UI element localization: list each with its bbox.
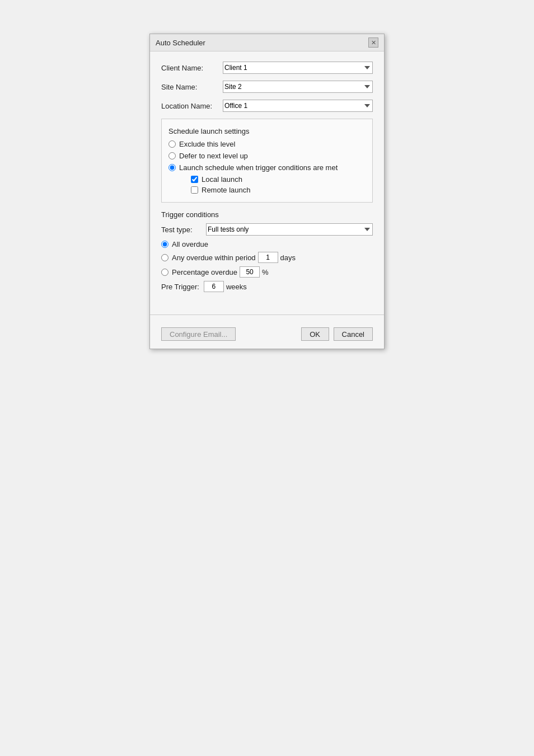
local-launch-label[interactable]: Local launch: [202, 175, 242, 184]
local-launch-row: Local launch: [168, 175, 366, 184]
all-overdue-row: All overdue: [161, 240, 373, 248]
pre-trigger-input[interactable]: [204, 281, 224, 292]
footer-divider: [150, 314, 384, 315]
radio-percentage-overdue[interactable]: [161, 269, 168, 276]
client-name-select[interactable]: Client 1: [223, 62, 373, 74]
any-overdue-unit: days: [280, 253, 296, 262]
pre-trigger-row: Pre Trigger: weeks: [161, 281, 373, 292]
ok-button[interactable]: OK: [301, 327, 329, 341]
pre-trigger-unit: weeks: [226, 283, 247, 291]
any-overdue-days-input[interactable]: [258, 252, 278, 263]
schedule-section-label: Schedule launch settings: [168, 127, 366, 135]
configure-email-button[interactable]: Configure Email...: [161, 327, 236, 341]
radio-defer[interactable]: [168, 152, 176, 159]
percentage-overdue-input[interactable]: [240, 266, 260, 278]
location-name-label: Location Name:: [161, 102, 223, 110]
radio-launch[interactable]: [168, 164, 176, 171]
all-overdue-label[interactable]: All overdue: [172, 240, 208, 248]
dialog-titlebar: Auto Scheduler ✕: [150, 34, 384, 51]
pre-trigger-label: Pre Trigger:: [161, 283, 199, 291]
dialog-footer: Configure Email... OK Cancel: [150, 322, 384, 349]
dialog-body: Client Name: Client 1 Site Name: Site 2 …: [150, 51, 384, 308]
percentage-overdue-row: Percentage overdue %: [161, 266, 373, 278]
client-name-row: Client Name: Client 1: [161, 62, 373, 74]
radio-exclude-row: Exclude this level: [168, 140, 366, 148]
location-name-select[interactable]: Office 1: [223, 100, 373, 112]
trigger-section: Trigger conditions Test type: Full tests…: [161, 210, 373, 292]
site-name-select[interactable]: Site 2: [223, 81, 373, 93]
percentage-overdue-label[interactable]: Percentage overdue: [172, 268, 237, 276]
location-name-row: Location Name: Office 1: [161, 100, 373, 112]
test-type-label: Test type:: [161, 226, 206, 234]
percentage-overdue-unit: %: [262, 268, 269, 276]
cancel-button[interactable]: Cancel: [334, 327, 373, 341]
client-name-label: Client Name:: [161, 64, 223, 72]
site-name-row: Site Name: Site 2: [161, 81, 373, 93]
auto-scheduler-dialog: Auto Scheduler ✕ Client Name: Client 1 S…: [149, 34, 385, 349]
radio-defer-row: Defer to next level up: [168, 152, 366, 160]
trigger-section-label: Trigger conditions: [161, 210, 373, 219]
dialog-title: Auto Scheduler: [156, 39, 205, 47]
radio-defer-label[interactable]: Defer to next level up: [179, 152, 248, 160]
close-button[interactable]: ✕: [368, 37, 378, 48]
local-launch-checkbox[interactable]: [191, 176, 198, 183]
radio-launch-label[interactable]: Launch schedule when trigger conditions …: [179, 163, 338, 172]
site-name-label: Site Name:: [161, 83, 223, 91]
remote-launch-label[interactable]: Remote launch: [202, 186, 250, 194]
radio-all-overdue[interactable]: [161, 241, 168, 248]
remote-launch-checkbox[interactable]: [191, 186, 198, 194]
remote-launch-row: Remote launch: [168, 186, 366, 194]
any-overdue-label[interactable]: Any overdue within period: [172, 253, 256, 262]
radio-exclude-label[interactable]: Exclude this level: [179, 140, 235, 148]
test-type-select[interactable]: Full tests only: [206, 223, 373, 236]
schedule-section: Schedule launch settings Exclude this le…: [161, 119, 373, 203]
radio-exclude[interactable]: [168, 140, 176, 148]
radio-launch-row: Launch schedule when trigger conditions …: [168, 163, 366, 172]
radio-any-overdue[interactable]: [161, 254, 168, 261]
any-overdue-row: Any overdue within period days: [161, 252, 373, 263]
test-type-row: Test type: Full tests only: [161, 223, 373, 236]
